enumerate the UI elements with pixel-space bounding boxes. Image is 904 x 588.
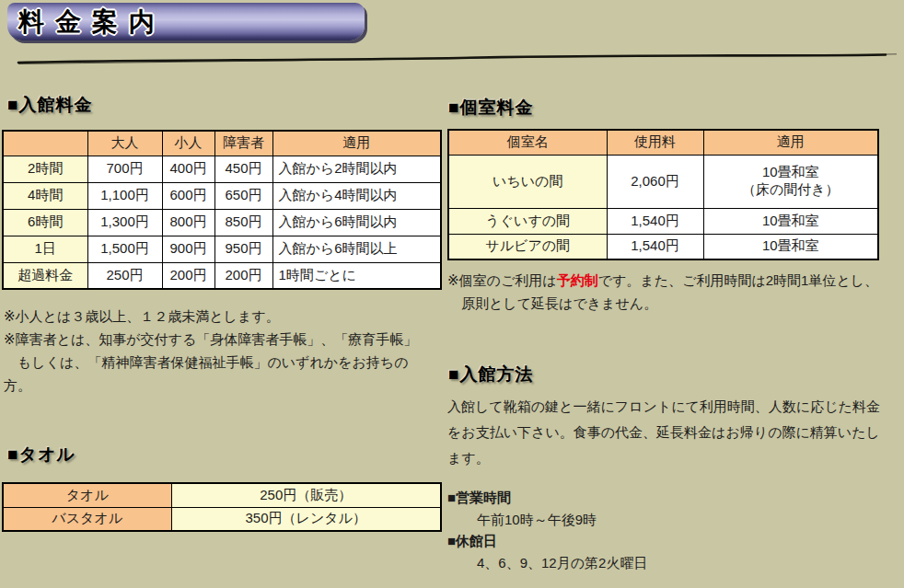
business-hours-label: ■営業時間: [447, 490, 511, 507]
note-child-definition: ※小人とは３歳以上、１２歳未満とします。: [4, 305, 429, 328]
page-title: 料金案内: [18, 5, 166, 40]
note-text: ※個室のご利用は: [447, 272, 557, 288]
price-cell: 1,500円: [87, 236, 162, 262]
application-cell: 入館から4時間以内: [272, 182, 441, 209]
header-cell-adult: 大人: [87, 131, 162, 156]
row-label: 6時間: [3, 209, 87, 236]
room-price: 1,540円: [607, 234, 703, 259]
private-room-table: 個室名 使用料 適用 いちいの間 2,060円 10畳和室 （床の間付き） うぐ…: [447, 129, 879, 260]
table-row: うぐいすの間 1,540円 10畳和室: [448, 208, 878, 234]
price-cell: 900円: [162, 236, 214, 262]
private-room-fee-heading: ■個室料金: [448, 96, 533, 120]
table-row: 6時間 1,300円 800円 850円 入館から6時間以内: [3, 209, 441, 236]
note-disabled-definition: ※障害者とは、知事が交付する「身体障害者手帳」、「療育手帳」: [4, 328, 429, 351]
room-desc-line1: 10畳和室: [709, 164, 874, 181]
room-name: サルビアの間: [448, 234, 607, 259]
application-cell: 入館から6時間以上: [272, 236, 441, 262]
note-text: です。また、ご利用時間は2時間1単位とし、: [598, 272, 879, 288]
room-desc: 10畳和室: [703, 208, 878, 234]
table-row: バスタオル 350円（レンタル）: [3, 507, 441, 531]
entry-method-paragraph: 入館して靴箱の鍵と一緒にフロントにて利用時間、人数に応じた料金をお支払い下さい。…: [447, 394, 887, 471]
price-cell: 200円: [162, 262, 214, 289]
private-room-note: ※個室のご利用は予約制です。また、ご利用時間は2時間1単位とし、 原則として延長…: [447, 269, 889, 315]
private-room-header-row: 個室名 使用料 適用: [448, 130, 878, 155]
price-cell: 250円: [87, 262, 162, 289]
page-title-banner: 料金案内: [7, 3, 365, 40]
row-label: 1日: [3, 236, 87, 262]
closed-days-value: 4、6、9、12月の第2火曜日: [477, 555, 647, 572]
application-cell: 入館から6時間以内: [272, 209, 441, 236]
towel-heading: ■タオル: [7, 443, 75, 467]
room-price: 2,060円: [607, 155, 703, 208]
table-row: 2時間 700円 400円 450円 入館から2時間以内: [3, 156, 441, 182]
application-cell: 入館から2時間以内: [272, 156, 441, 182]
brush-divider: [0, 48, 904, 72]
note-text-line2: 原則として延長はできません。: [447, 292, 889, 315]
header-cell-child: 小人: [162, 131, 214, 156]
room-desc: 10畳和室 （床の間付き）: [703, 155, 878, 208]
admission-header-row: 大人 小人 障害者 適用: [3, 131, 441, 156]
table-row: サルビアの間 1,540円 10畳和室: [448, 234, 878, 259]
admission-notes: ※小人とは３歳以上、１２歳未満とします。 ※障害者とは、知事が交付する「身体障害…: [4, 305, 429, 397]
room-desc-line2: （床の間付き）: [709, 181, 874, 199]
price-cell: 1,100円: [87, 182, 162, 209]
header-cell-application: 適用: [703, 130, 878, 155]
fee-guide-page: { "colors": { "page_background": "#C9C6A…: [0, 0, 904, 588]
note-disabled-definition-cont: もしくは、「精神障害者保健福祉手帳」のいずれかをお持ちの方。: [4, 351, 429, 397]
reservation-required-text: 予約制: [557, 272, 598, 288]
price-cell: 400円: [162, 156, 214, 182]
towel-label: タオル: [3, 483, 171, 507]
price-cell: 650円: [214, 182, 272, 209]
business-hours-value: 午前10時～午後9時: [477, 512, 597, 529]
price-cell: 700円: [87, 156, 162, 182]
row-label: 2時間: [3, 156, 87, 182]
towel-label: バスタオル: [3, 507, 171, 531]
room-price: 1,540円: [607, 208, 703, 234]
row-label: 4時間: [3, 182, 87, 209]
table-row: いちいの間 2,060円 10畳和室 （床の間付き）: [448, 155, 878, 208]
table-row: 1日 1,500円 900円 950円 入館から6時間以上: [3, 236, 441, 262]
admission-fee-heading: ■入館料金: [7, 93, 92, 117]
price-cell: 200円: [214, 262, 272, 289]
towel-table: タオル 250円（販売） バスタオル 350円（レンタル）: [2, 482, 442, 532]
closed-days-label: ■休館日: [447, 533, 497, 550]
row-label: 超過料金: [3, 262, 87, 289]
room-desc: 10畳和室: [703, 234, 878, 259]
header-cell-application: 適用: [272, 131, 441, 156]
admission-fee-table: 大人 小人 障害者 適用 2時間 700円 400円 450円 入館から2時間以…: [2, 130, 442, 290]
table-row: タオル 250円（販売）: [3, 483, 441, 507]
header-cell-disabled: 障害者: [214, 131, 272, 156]
table-row: 4時間 1,100円 600円 650円 入館から4時間以内: [3, 182, 441, 209]
header-cell-room-name: 個室名: [448, 130, 607, 155]
application-cell: 1時間ごとに: [272, 262, 441, 289]
room-name: うぐいすの間: [448, 208, 607, 234]
header-cell-usage-fee: 使用料: [607, 130, 703, 155]
table-row: 超過料金 250円 200円 200円 1時間ごとに: [3, 262, 441, 289]
entry-method-heading: ■入館方法: [448, 363, 533, 386]
price-cell: 600円: [162, 182, 214, 209]
room-name: いちいの間: [448, 155, 607, 208]
price-cell: 1,300円: [87, 209, 162, 236]
towel-price: 350円（レンタル）: [171, 507, 441, 531]
price-cell: 850円: [214, 209, 272, 236]
header-cell: [3, 131, 87, 156]
towel-price: 250円（販売）: [171, 483, 441, 507]
price-cell: 450円: [214, 156, 272, 182]
price-cell: 800円: [162, 209, 214, 236]
price-cell: 950円: [214, 236, 272, 262]
